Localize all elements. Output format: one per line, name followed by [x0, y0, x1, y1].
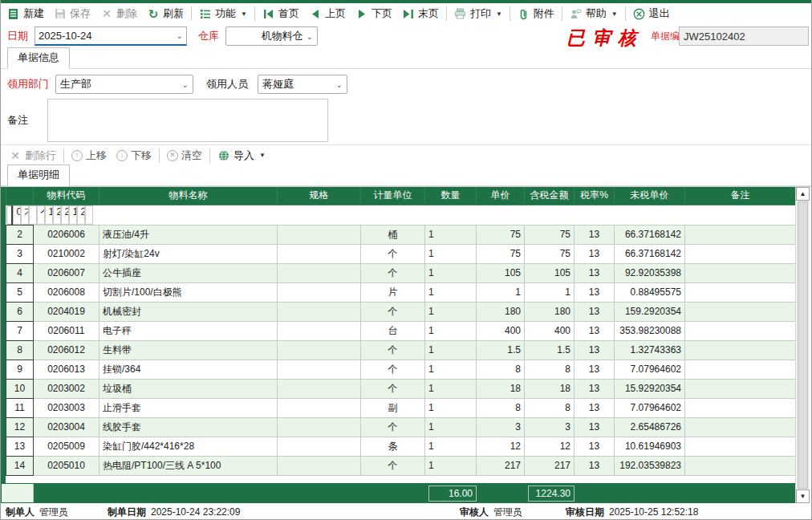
- help-menu-button[interactable]: 帮助 ▼: [565, 5, 623, 22]
- table-cell-unit: 个: [361, 379, 425, 398]
- table-cell-spec: [278, 360, 361, 379]
- print-button[interactable]: 打印 ▼: [449, 5, 507, 22]
- row-number-cell[interactable]: 6: [6, 302, 34, 321]
- column-header[interactable]: 备注: [685, 187, 796, 205]
- table-row[interactable]: 60204019机械密封个118018013159.2920354: [6, 302, 796, 321]
- row-number-cell[interactable]: 7: [6, 321, 34, 340]
- detail-grid: 物料代码物料名称规格计量单位数量单价含税金额税率%未税单价备注 10204012…: [1, 186, 811, 505]
- row-number-cell[interactable]: 2: [6, 225, 34, 244]
- column-header[interactable]: 税率%: [574, 187, 615, 205]
- table-row[interactable]: 40206007公牛插座个11051051392.92035398: [6, 263, 796, 282]
- row-number-cell[interactable]: 5: [6, 282, 34, 302]
- move-up-button[interactable]: ↑ 上移: [67, 147, 112, 165]
- table-row[interactable]: 100203002垃圾桶个118181315.92920354: [6, 379, 796, 398]
- row-number-cell[interactable]: 12: [6, 417, 34, 437]
- import-menu-button[interactable]: 导入 ▼: [213, 147, 270, 165]
- table-cell-unit: 条: [361, 437, 425, 456]
- tab-document-info[interactable]: 单据信息: [7, 47, 70, 69]
- table-row[interactable]: 20206006液压油/4升桶175751366.37168142: [6, 225, 796, 244]
- column-header[interactable]: 单价: [477, 187, 525, 205]
- table-cell-code: 0204012: [13, 205, 21, 225]
- row-number-cell[interactable]: 4: [6, 263, 34, 282]
- save-label: 保存: [70, 6, 91, 21]
- person-select[interactable]: 蒋娅庭 ⌄: [258, 75, 347, 94]
- chevron-down-icon: ⌄: [182, 80, 189, 89]
- table-cell-remark: [685, 417, 796, 437]
- table-row[interactable]: 90206013挂锁/364个188137.07964602: [6, 360, 796, 379]
- table-cell-code: 0206013: [34, 360, 99, 379]
- table-cell-amount: 75: [525, 244, 574, 263]
- table-cell-name: 不锈钢螺栓/12*50: [21, 205, 29, 225]
- delete-button[interactable]: ✕ 删除: [95, 5, 142, 22]
- table-cell-unit: 个: [361, 360, 425, 379]
- table-row[interactable]: 30210002射灯/染缸24v个175751366.37168142: [6, 244, 796, 263]
- table-cell-amount: 8: [525, 360, 574, 379]
- column-header[interactable]: 含税金额: [525, 187, 574, 205]
- row-number-cell[interactable]: 8: [6, 340, 34, 360]
- exit-button[interactable]: 退出: [628, 5, 675, 22]
- column-header[interactable]: [6, 187, 34, 205]
- save-button[interactable]: 保存: [49, 5, 95, 22]
- scroll-up-arrow[interactable]: ▲: [796, 187, 810, 201]
- column-header[interactable]: 数量: [425, 187, 477, 205]
- table-cell-code: 0210002: [34, 244, 99, 263]
- table-row[interactable]: 80206012生料带个11.51.5131.32743363: [6, 340, 796, 360]
- table-cell-spec: [278, 302, 361, 321]
- column-header[interactable]: 计量单位: [361, 187, 425, 205]
- delete-row-label: 删除行: [25, 148, 56, 163]
- attachment-button[interactable]: 附件: [513, 5, 559, 22]
- table-cell-code: 0205010: [34, 456, 99, 475]
- vertical-scrollbar[interactable]: ▲ ▼: [795, 187, 810, 503]
- functions-menu-button[interactable]: 功能 ▼: [194, 5, 252, 22]
- table-cell-net: 353.98230088: [615, 321, 685, 340]
- table-row[interactable]: 140205010热电阻/PT100/三线 A 5*100个1217217131…: [6, 456, 796, 475]
- prev-page-button[interactable]: 上页: [304, 5, 351, 22]
- new-button[interactable]: 新建: [2, 5, 49, 22]
- table-cell-price: 75: [477, 225, 525, 244]
- toolbar-separator: [209, 148, 210, 163]
- tab-document-detail[interactable]: 单据明细: [7, 165, 70, 186]
- column-header[interactable]: 规格: [278, 187, 361, 205]
- toolbar-separator: [63, 148, 64, 163]
- next-page-button[interactable]: 下页: [351, 5, 397, 22]
- table-row[interactable]: 110203003止滑手套副188137.07964602: [6, 398, 796, 417]
- first-page-button[interactable]: 首页: [258, 5, 304, 22]
- last-page-button[interactable]: 末页: [397, 5, 444, 22]
- refresh-button[interactable]: ↻ 刷新: [142, 5, 189, 22]
- table-cell-spec: [278, 398, 361, 417]
- row-number-cell[interactable]: 14: [6, 456, 34, 475]
- doc-number-field: JW25102402: [679, 26, 809, 46]
- table-cell-price: 1.5: [477, 340, 525, 360]
- row-number-cell[interactable]: 13: [6, 437, 34, 456]
- row-number-cell[interactable]: 11: [6, 398, 34, 417]
- table-cell-name: 液压油/4升: [99, 225, 278, 244]
- table-cell-spec: [278, 456, 361, 475]
- row-number-cell[interactable]: 3: [6, 244, 34, 263]
- clear-button[interactable]: ✕ 清空: [162, 147, 207, 165]
- table-row[interactable]: 70206011电子秤台140040013353.98230088: [6, 321, 796, 340]
- table-cell-price: 2.8: [53, 205, 61, 225]
- table-row[interactable]: 50206008切割片/100/白极熊片111130.88495575: [6, 282, 796, 302]
- remark-textarea[interactable]: [47, 99, 328, 142]
- column-header[interactable]: 物料代码: [34, 187, 99, 205]
- warehouse-select[interactable]: 机物料仓 ⌄: [225, 26, 318, 46]
- globe-icon: [217, 149, 230, 162]
- scrollbar-thumb[interactable]: [798, 201, 808, 489]
- print-label: 打印: [470, 6, 491, 21]
- new-label: 新建: [23, 6, 44, 21]
- table-cell-amount: 1: [525, 282, 574, 302]
- scroll-down-arrow[interactable]: ▼: [796, 490, 810, 503]
- date-input[interactable]: 2025-10-24 ⌄: [35, 26, 187, 46]
- move-down-button[interactable]: ↓ 下移: [112, 147, 156, 165]
- column-header[interactable]: 物料名称: [99, 187, 278, 205]
- table-row[interactable]: 10204012不锈钢螺栓/12*50个12.82.8132.47787611: [6, 205, 34, 225]
- next-page-label: 下页: [371, 6, 392, 21]
- row-number-cell[interactable]: 10: [6, 379, 34, 398]
- delete-row-button[interactable]: ✕ 删除行: [4, 147, 61, 165]
- table-row[interactable]: 120203004线胶手套个133132.65486726: [6, 417, 796, 437]
- department-select[interactable]: 生产部 ⌄: [55, 75, 193, 94]
- table-row[interactable]: 130205009染缸门胶/442*416*28条112121310.61946…: [6, 437, 796, 456]
- row-number-cell[interactable]: 9: [6, 360, 34, 379]
- table-cell-amount: 75: [525, 225, 574, 244]
- column-header[interactable]: 未税单价: [615, 187, 685, 205]
